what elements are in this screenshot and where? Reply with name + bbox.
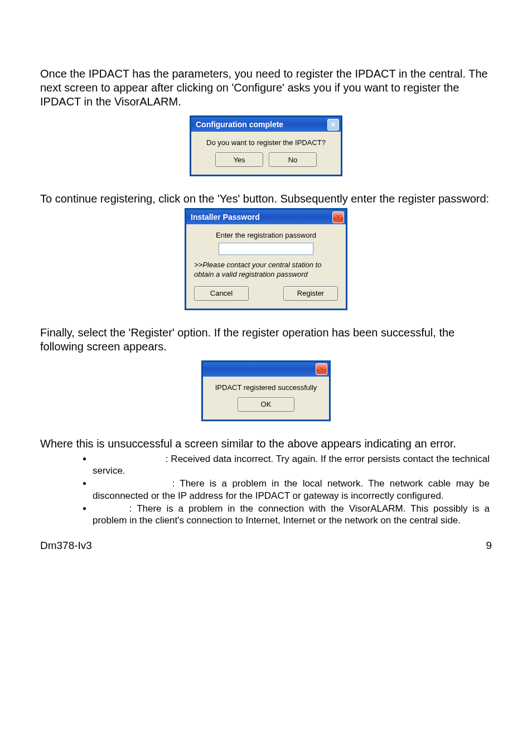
installer-password-dialog: Installer Password × Enter the registrat… (185, 208, 347, 310)
list-item: Connection error: There is a problem in … (93, 478, 492, 502)
configuration-complete-dialog: Configuration complete × Do you want to … (190, 115, 342, 176)
paragraph-4: Where this is unsuccessful a screen simi… (40, 437, 492, 451)
footer-page-number: 9 (486, 540, 492, 552)
paragraph-2: To continue registering, click on the 'Y… (40, 192, 492, 206)
dialog-note: >>Please contact your central station to… (194, 261, 338, 280)
list-item: Timeout: There is a problem in the conne… (93, 503, 492, 527)
dialog-message: Do you want to register the IPDACT? (199, 138, 333, 147)
footer-doc-id: Dm378-Iv3 (40, 540, 92, 552)
register-button[interactable]: Register (283, 286, 338, 301)
success-dialog: × IPDACT registered successfully OK (201, 360, 331, 421)
paragraph-3: Finally, select the 'Register' option. I… (40, 326, 492, 354)
close-icon[interactable]: × (316, 363, 327, 375)
yes-button[interactable]: Yes (215, 152, 263, 167)
close-icon[interactable]: × (332, 211, 344, 223)
list-item: Checksum error: Received data incorrect.… (93, 453, 492, 477)
dialog-title: Installer Password (191, 213, 260, 221)
registration-password-input[interactable] (219, 243, 313, 255)
paragraph-1: Once the IPDACT has the parameters, you … (40, 67, 492, 109)
ok-button[interactable]: OK (238, 397, 294, 412)
no-button[interactable]: No (269, 152, 317, 167)
error-list: Checksum error: Received data incorrect.… (40, 453, 492, 527)
dialog-prompt: Enter the registration password (194, 231, 338, 239)
success-message: IPDACT registered successfully (211, 383, 321, 392)
close-icon[interactable]: × (327, 119, 339, 131)
cancel-button[interactable]: Cancel (194, 286, 249, 301)
dialog-title: Configuration complete (196, 120, 283, 129)
